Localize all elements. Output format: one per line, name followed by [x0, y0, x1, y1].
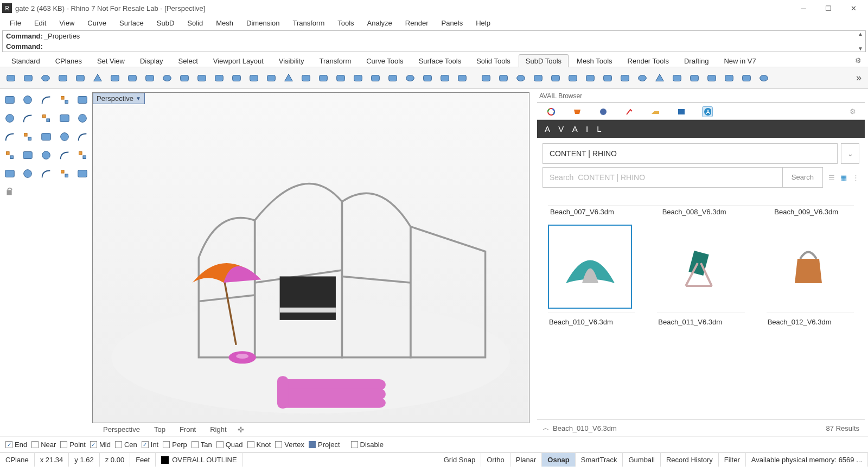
tool-icon[interactable]: [2, 166, 17, 181]
grid-item-label[interactable]: Beach_008_V6.3dm: [662, 208, 742, 216]
toolbar-icon[interactable]: [478, 71, 494, 86]
status-gumball[interactable]: Gumball: [623, 453, 660, 467]
toolbar-tab[interactable]: CPlanes: [48, 54, 89, 67]
osnap-knot[interactable]: Knot: [247, 441, 271, 449]
toolbar-icon[interactable]: [229, 71, 244, 86]
tool-icon[interactable]: [57, 166, 72, 181]
toolbar-icon[interactable]: [635, 71, 650, 86]
grid-item-label[interactable]: Beach_007_V6.3dm: [550, 208, 630, 216]
status-ortho[interactable]: Ortho: [481, 453, 510, 467]
toolbar-tab[interactable]: Solid Tools: [469, 54, 518, 67]
toolbar-icon[interactable]: [177, 71, 192, 86]
close-button[interactable]: ✕: [841, 0, 866, 16]
tool-icon[interactable]: [39, 92, 54, 107]
toolbar-icon[interactable]: [107, 71, 123, 86]
grid-thumb[interactable]: Beach_012_V6.3dm: [767, 225, 854, 328]
toolbar-icon[interactable]: [600, 71, 615, 86]
list-view-icon[interactable]: ☰: [828, 174, 835, 182]
status-layer[interactable]: OVERALL OUTLINE: [156, 453, 242, 467]
tool-icon[interactable]: [2, 92, 17, 107]
status-planar[interactable]: Planar: [510, 453, 542, 467]
view-tab-perspective[interactable]: Perspective: [97, 424, 146, 435]
tool-icon[interactable]: [57, 129, 72, 144]
toolbar-tab[interactable]: SubD Tools: [519, 54, 569, 67]
viewport-label[interactable]: Perspective ▼: [93, 93, 145, 104]
tool-icon[interactable]: [21, 129, 36, 144]
status-cplane[interactable]: CPlane: [0, 453, 35, 467]
menu-edit[interactable]: Edit: [29, 18, 52, 28]
toolbar-tab[interactable]: Display: [133, 54, 170, 67]
tool-icon[interactable]: [57, 111, 72, 126]
tool-icon[interactable]: [2, 148, 17, 163]
status-y[interactable]: y 1.62: [69, 453, 99, 467]
osnap-vertex[interactable]: Vertex: [275, 441, 304, 449]
toolbar-icon[interactable]: [3, 71, 18, 86]
status-units[interactable]: Feet: [130, 453, 156, 467]
tool-icon[interactable]: [75, 129, 90, 144]
toolbar-icon[interactable]: [212, 71, 227, 86]
toolbar-overflow-icon[interactable]: »: [853, 72, 865, 84]
maximize-button[interactable]: ☐: [816, 0, 841, 16]
toolbar-icon[interactable]: [73, 71, 88, 86]
toolbar-icon[interactable]: [298, 71, 314, 86]
menu-help[interactable]: Help: [470, 18, 496, 28]
grid-item-label[interactable]: Beach_009_V6.3dm: [774, 208, 854, 216]
tool-icon[interactable]: [2, 184, 17, 200]
osnap-point[interactable]: Point: [60, 441, 86, 449]
view-tab-top[interactable]: Top: [148, 424, 172, 435]
toolbar-icon[interactable]: [333, 71, 348, 86]
tool-icon[interactable]: [39, 148, 54, 163]
menu-surface[interactable]: Surface: [114, 18, 149, 28]
command-scroll[interactable]: ▲▼: [857, 31, 864, 52]
toolbar-icon[interactable]: [565, 71, 580, 86]
status-x[interactable]: x 21.34: [35, 453, 69, 467]
toolbar-tab[interactable]: Drafting: [677, 54, 716, 67]
toolbar-tab[interactable]: Set View: [90, 54, 132, 67]
tool-icon[interactable]: [21, 111, 36, 126]
toolbar-icon[interactable]: [652, 71, 667, 86]
menu-panels[interactable]: Panels: [436, 18, 468, 28]
tool-icon[interactable]: [57, 92, 72, 107]
toolbar-icon[interactable]: [316, 71, 331, 86]
toolbar-tab[interactable]: Transform: [312, 54, 358, 67]
thumb-image[interactable]: [548, 225, 632, 309]
tool-icon[interactable]: [75, 148, 90, 163]
grid-view-icon[interactable]: ▦: [840, 174, 847, 182]
panel-tab-icon[interactable]: [676, 106, 687, 117]
toolbar-tab[interactable]: Mesh Tools: [570, 54, 620, 67]
toolbar-tab[interactable]: Curve Tools: [359, 54, 410, 67]
search-button[interactable]: Search: [782, 168, 822, 187]
panel-tab-icon[interactable]: [572, 106, 583, 117]
tool-icon[interactable]: [39, 129, 54, 144]
view-tab-front[interactable]: Front: [173, 424, 202, 435]
toolbar-icon[interactable]: [125, 71, 140, 86]
menu-render[interactable]: Render: [400, 18, 434, 28]
menu-file[interactable]: File: [4, 18, 27, 28]
toolbar-icon[interactable]: [159, 71, 175, 86]
toolbar-tab[interactable]: Visibility: [272, 54, 311, 67]
osnap-int[interactable]: ✓Int: [142, 441, 158, 449]
toolbar-icon[interactable]: [21, 71, 36, 86]
viewport-canvas[interactable]: [93, 93, 529, 423]
grid-thumb[interactable]: Beach_011_V6.3dm: [657, 225, 744, 328]
thumb-image[interactable]: [657, 225, 741, 309]
menu-curve[interactable]: Curve: [82, 18, 112, 28]
menu-tools[interactable]: Tools: [332, 18, 359, 28]
toolbar-icon[interactable]: [669, 71, 685, 86]
toolbar-icon[interactable]: [194, 71, 209, 86]
toolbar-icon[interactable]: [246, 71, 261, 86]
thumb-image[interactable]: [767, 225, 851, 309]
grid-thumb[interactable]: Beach_010_V6.3dm: [548, 225, 635, 328]
osnap-project[interactable]: Project: [309, 441, 340, 449]
add-view-icon[interactable]: ✜: [234, 425, 247, 434]
viewport-dropdown-icon[interactable]: ▼: [136, 95, 141, 101]
gear-icon[interactable]: ⚙: [853, 54, 864, 67]
toolbar-tab[interactable]: New in V7: [717, 54, 763, 67]
tool-icon[interactable]: [75, 166, 90, 181]
filter-slider-icon[interactable]: ⋮: [852, 174, 859, 182]
tool-icon[interactable]: [57, 148, 72, 163]
tool-icon[interactable]: [21, 166, 36, 181]
toolbar-tab[interactable]: Render Tools: [621, 54, 676, 67]
viewport[interactable]: Perspective ▼: [92, 92, 529, 423]
status-record-history[interactable]: Record History: [661, 453, 719, 467]
